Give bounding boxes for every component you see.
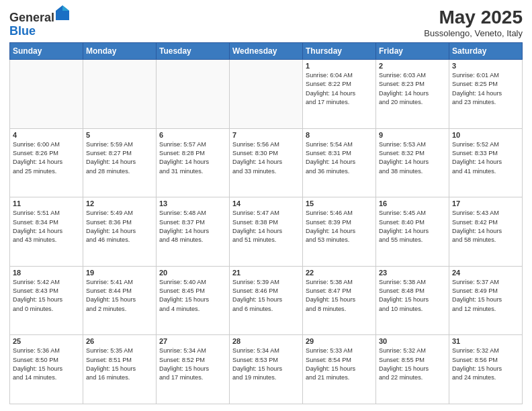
page: General Blue May 2025 Bussolengo, Veneto… xyxy=(0,0,532,411)
cell-1-2: 6Sunrise: 5:57 AM Sunset: 8:28 PM Daylig… xyxy=(157,128,230,197)
day-info-20: Sunrise: 5:40 AM Sunset: 8:45 PM Dayligh… xyxy=(159,278,226,314)
day-info-15: Sunrise: 5:46 AM Sunset: 8:39 PM Dayligh… xyxy=(306,209,373,244)
day-number-18: 18 xyxy=(13,269,80,277)
cell-0-1 xyxy=(83,60,157,129)
week-row-0: 1Sunrise: 6:04 AM Sunset: 8:22 PM Daylig… xyxy=(10,60,523,129)
day-info-28: Sunrise: 5:34 AM Sunset: 8:53 PM Dayligh… xyxy=(232,347,300,382)
day-info-17: Sunrise: 5:43 AM Sunset: 8:42 PM Dayligh… xyxy=(452,209,519,244)
title-block: May 2025 Bussolengo, Veneto, Italy xyxy=(424,7,523,38)
cell-4-5: 30Sunrise: 5:32 AM Sunset: 8:55 PM Dayli… xyxy=(376,335,449,404)
day-info-19: Sunrise: 5:41 AM Sunset: 8:44 PM Dayligh… xyxy=(86,278,153,314)
day-info-21: Sunrise: 5:39 AM Sunset: 8:46 PM Dayligh… xyxy=(232,278,300,314)
day-number-7: 7 xyxy=(232,131,300,139)
day-number-5: 5 xyxy=(86,131,153,139)
day-number-9: 9 xyxy=(379,131,446,139)
day-info-23: Sunrise: 5:38 AM Sunset: 8:48 PM Dayligh… xyxy=(379,278,446,314)
cell-2-0: 11Sunrise: 5:51 AM Sunset: 8:34 PM Dayli… xyxy=(10,197,83,267)
day-info-12: Sunrise: 5:49 AM Sunset: 8:36 PM Dayligh… xyxy=(86,209,153,244)
day-number-29: 29 xyxy=(306,337,373,345)
week-row-1: 4Sunrise: 6:00 AM Sunset: 8:26 PM Daylig… xyxy=(10,128,523,197)
day-info-27: Sunrise: 5:34 AM Sunset: 8:52 PM Dayligh… xyxy=(159,347,226,382)
header: General Blue May 2025 Bussolengo, Veneto… xyxy=(9,7,523,38)
day-number-25: 25 xyxy=(13,337,80,345)
day-info-29: Sunrise: 5:33 AM Sunset: 8:54 PM Dayligh… xyxy=(306,347,373,382)
day-number-24: 24 xyxy=(452,269,519,277)
day-number-22: 22 xyxy=(306,269,373,277)
cell-2-2: 13Sunrise: 5:48 AM Sunset: 8:37 PM Dayli… xyxy=(157,197,230,267)
cell-3-5: 23Sunrise: 5:38 AM Sunset: 8:48 PM Dayli… xyxy=(376,266,449,335)
cell-4-6: 31Sunrise: 5:32 AM Sunset: 8:56 PM Dayli… xyxy=(449,335,523,404)
day-number-27: 27 xyxy=(159,337,226,345)
day-number-8: 8 xyxy=(306,131,373,139)
day-number-17: 17 xyxy=(452,199,519,208)
day-number-2: 2 xyxy=(379,62,446,70)
cell-1-1: 5Sunrise: 5:59 AM Sunset: 8:27 PM Daylig… xyxy=(83,128,157,197)
header-friday: Friday xyxy=(376,43,449,60)
cell-2-3: 14Sunrise: 5:47 AM Sunset: 8:38 PM Dayli… xyxy=(230,197,303,267)
header-saturday: Saturday xyxy=(449,43,523,60)
day-info-16: Sunrise: 5:45 AM Sunset: 8:40 PM Dayligh… xyxy=(379,209,446,244)
day-number-6: 6 xyxy=(159,131,226,139)
header-wednesday: Wednesday xyxy=(230,43,303,60)
cell-1-5: 9Sunrise: 5:53 AM Sunset: 8:32 PM Daylig… xyxy=(376,128,449,197)
day-info-22: Sunrise: 5:38 AM Sunset: 8:47 PM Dayligh… xyxy=(306,278,373,314)
cell-1-6: 10Sunrise: 5:52 AM Sunset: 8:33 PM Dayli… xyxy=(449,128,523,197)
day-info-2: Sunrise: 6:03 AM Sunset: 8:23 PM Dayligh… xyxy=(379,71,446,107)
cell-3-3: 21Sunrise: 5:39 AM Sunset: 8:46 PM Dayli… xyxy=(230,266,303,335)
cell-1-0: 4Sunrise: 6:00 AM Sunset: 8:26 PM Daylig… xyxy=(10,128,83,197)
day-number-20: 20 xyxy=(159,269,226,277)
day-info-1: Sunrise: 6:04 AM Sunset: 8:22 PM Dayligh… xyxy=(306,71,373,107)
day-number-28: 28 xyxy=(232,337,300,345)
cell-3-4: 22Sunrise: 5:38 AM Sunset: 8:47 PM Dayli… xyxy=(303,266,376,335)
cell-0-3 xyxy=(230,60,303,129)
cell-3-6: 24Sunrise: 5:37 AM Sunset: 8:49 PM Dayli… xyxy=(449,266,523,335)
logo-blue: Blue xyxy=(9,24,36,38)
cell-4-2: 27Sunrise: 5:34 AM Sunset: 8:52 PM Dayli… xyxy=(157,335,230,404)
day-info-25: Sunrise: 5:36 AM Sunset: 8:50 PM Dayligh… xyxy=(13,347,80,382)
cell-4-4: 29Sunrise: 5:33 AM Sunset: 8:54 PM Dayli… xyxy=(303,335,376,404)
logo-general: General xyxy=(9,11,54,24)
cell-1-4: 8Sunrise: 5:54 AM Sunset: 8:31 PM Daylig… xyxy=(303,128,376,197)
cell-0-5: 2Sunrise: 6:03 AM Sunset: 8:23 PM Daylig… xyxy=(376,60,449,129)
day-info-18: Sunrise: 5:42 AM Sunset: 8:43 PM Dayligh… xyxy=(13,278,80,314)
day-number-11: 11 xyxy=(13,199,80,208)
day-number-23: 23 xyxy=(379,269,446,277)
day-info-26: Sunrise: 5:35 AM Sunset: 8:51 PM Dayligh… xyxy=(86,347,153,382)
week-row-3: 18Sunrise: 5:42 AM Sunset: 8:43 PM Dayli… xyxy=(10,266,523,335)
weekday-header-row: Sunday Monday Tuesday Wednesday Thursday… xyxy=(10,43,523,60)
day-number-12: 12 xyxy=(86,199,153,208)
header-tuesday: Tuesday xyxy=(157,43,230,60)
day-info-6: Sunrise: 5:57 AM Sunset: 8:28 PM Dayligh… xyxy=(159,140,226,176)
day-info-11: Sunrise: 5:51 AM Sunset: 8:34 PM Dayligh… xyxy=(13,209,80,244)
day-number-10: 10 xyxy=(452,131,519,139)
header-monday: Monday xyxy=(83,43,157,60)
week-row-4: 25Sunrise: 5:36 AM Sunset: 8:50 PM Dayli… xyxy=(10,335,523,404)
location: Bussolengo, Veneto, Italy xyxy=(424,28,523,38)
week-row-2: 11Sunrise: 5:51 AM Sunset: 8:34 PM Dayli… xyxy=(10,197,523,267)
day-number-30: 30 xyxy=(379,337,446,345)
day-info-10: Sunrise: 5:52 AM Sunset: 8:33 PM Dayligh… xyxy=(452,140,519,176)
month-title: May 2025 xyxy=(424,7,523,28)
cell-2-4: 15Sunrise: 5:46 AM Sunset: 8:39 PM Dayli… xyxy=(303,197,376,267)
cell-0-4: 1Sunrise: 6:04 AM Sunset: 8:22 PM Daylig… xyxy=(303,60,376,129)
day-number-26: 26 xyxy=(86,337,153,345)
day-info-30: Sunrise: 5:32 AM Sunset: 8:55 PM Dayligh… xyxy=(379,347,446,382)
day-number-16: 16 xyxy=(379,199,446,208)
cell-0-6: 3Sunrise: 6:01 AM Sunset: 8:25 PM Daylig… xyxy=(449,60,523,129)
day-info-5: Sunrise: 5:59 AM Sunset: 8:27 PM Dayligh… xyxy=(86,140,153,176)
day-info-31: Sunrise: 5:32 AM Sunset: 8:56 PM Dayligh… xyxy=(452,347,519,382)
day-info-14: Sunrise: 5:47 AM Sunset: 8:38 PM Dayligh… xyxy=(232,209,300,244)
calendar-table: Sunday Monday Tuesday Wednesday Thursday… xyxy=(9,42,523,404)
header-thursday: Thursday xyxy=(303,43,376,60)
cell-3-1: 19Sunrise: 5:41 AM Sunset: 8:44 PM Dayli… xyxy=(83,266,157,335)
day-info-4: Sunrise: 6:00 AM Sunset: 8:26 PM Dayligh… xyxy=(13,140,80,176)
cell-4-1: 26Sunrise: 5:35 AM Sunset: 8:51 PM Dayli… xyxy=(83,335,157,404)
cell-3-0: 18Sunrise: 5:42 AM Sunset: 8:43 PM Dayli… xyxy=(10,266,83,335)
day-number-3: 3 xyxy=(452,62,519,70)
day-number-13: 13 xyxy=(159,199,226,208)
day-number-21: 21 xyxy=(232,269,300,277)
logo-icon xyxy=(56,5,69,20)
cell-0-0 xyxy=(10,60,83,129)
cell-4-3: 28Sunrise: 5:34 AM Sunset: 8:53 PM Dayli… xyxy=(230,335,303,404)
header-sunday: Sunday xyxy=(10,43,83,60)
